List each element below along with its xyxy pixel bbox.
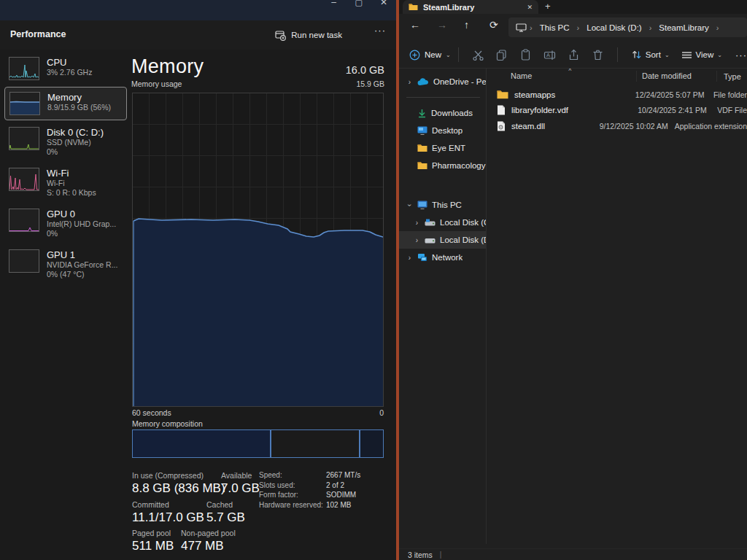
maximize-icon[interactable]: ▢	[355, 0, 363, 7]
nav-item-downloads[interactable]: Downloads	[399, 104, 486, 122]
committed-value: 11.1/17.0 GB	[132, 510, 204, 525]
status-bar: 3 items |	[399, 548, 747, 560]
gpu1-usage: 0% (47 °C)	[47, 270, 117, 279]
forward-icon[interactable]: →	[437, 19, 447, 31]
chevron-right-icon[interactable]: ›	[414, 219, 420, 227]
tab-title: SteamLibrary	[423, 3, 522, 12]
delete-icon[interactable]	[586, 49, 610, 61]
refresh-icon[interactable]: ⟳	[489, 19, 498, 31]
sort-button[interactable]: Sort ⌄	[631, 50, 670, 60]
disk0-type: SSD (NVMe)	[47, 138, 104, 147]
more-options-icon[interactable]: ···	[374, 25, 386, 36]
available-label: Available	[221, 471, 252, 480]
file-date: 10/24/2025 2:41 PM	[632, 106, 711, 114]
nav-item-label: Pharmacology	[432, 161, 486, 170]
form-factor-label: Form factor:	[259, 491, 326, 499]
sidebar-item-memory[interactable]: Memory 8.9/15.9 GB (56%)	[4, 87, 127, 120]
breadcrumb-chevron-icon: ›	[530, 23, 533, 32]
rename-icon[interactable]: A	[538, 49, 562, 61]
nav-item-local-disk-c[interactable]: › Local Disk (C:)	[399, 214, 486, 231]
address-bar[interactable]: › This PC › Local Disk (D:) › SteamLibra…	[508, 18, 747, 37]
chevron-right-icon[interactable]: ›	[406, 254, 413, 262]
speed-label: Speed:	[259, 471, 326, 479]
nav-item-label: Desktop	[432, 126, 462, 135]
nav-item-onedrive[interactable]: › OneDrive - Persona	[399, 73, 486, 90]
view-button[interactable]: View ⌄	[681, 50, 722, 60]
gpu0-name: Intel(R) UHD Grap...	[47, 219, 116, 229]
this-pc-icon	[516, 23, 527, 32]
nav-item-eye-ent[interactable]: Eye ENT	[399, 139, 486, 157]
chevron-down-icon: ⌄	[446, 52, 451, 58]
file-explorer-window: SteamLibrary ✕ + ← → ↑ ⟳ › This PC › Loc…	[399, 0, 747, 560]
file-name: libraryfolder.vdf	[511, 106, 568, 114]
nav-item-network[interactable]: › Network	[399, 249, 486, 266]
new-button[interactable]: New ⌄	[409, 50, 451, 61]
drive-c-icon	[425, 219, 436, 227]
breadcrumb-local-disk-d[interactable]: Local Disk (D:)	[582, 23, 646, 32]
chevron-down-icon[interactable]: ›	[406, 202, 414, 209]
nav-item-desktop[interactable]: Desktop	[399, 122, 486, 139]
nav-item-pharmacology[interactable]: Pharmacology	[399, 157, 486, 174]
run-new-task-label: Run new task	[291, 31, 342, 39]
composition-free-segment[interactable]	[360, 430, 383, 457]
gpu1-title: GPU 1	[47, 249, 117, 260]
column-header-name[interactable]: Name	[487, 71, 637, 82]
new-tab-button[interactable]: +	[545, 1, 551, 12]
sidebar-item-cpu[interactable]: CPU 3% 2.76 GHz	[4, 52, 127, 85]
hardware-reserved-label: Hardware reserved:	[259, 501, 326, 509]
chevron-right-icon[interactable]: ›	[406, 78, 413, 86]
run-new-task-button[interactable]: Run new task	[269, 26, 348, 44]
tab-close-icon[interactable]: ✕	[527, 4, 533, 11]
sidebar-item-disk0[interactable]: Disk 0 (C: D:) SSD (NVMe) 0%	[4, 122, 127, 161]
nav-item-local-disk-d[interactable]: › Local Disk (D:)	[399, 231, 486, 249]
form-factor-value: SODIMM	[326, 491, 356, 499]
nav-item-label: Downloads	[431, 109, 473, 117]
explorer-tab-bar: SteamLibrary ✕ +	[399, 0, 747, 14]
column-header-date-modified[interactable]: Date modified	[637, 71, 717, 82]
chevron-down-icon: ⌄	[717, 52, 722, 58]
close-icon[interactable]: ✕	[380, 0, 387, 7]
speed-value: 2667 MT/s	[326, 471, 360, 479]
memory-mini-chart	[9, 92, 40, 115]
breadcrumb-this-pc[interactable]: This PC	[535, 23, 574, 32]
onedrive-cloud-icon	[417, 78, 429, 86]
nav-item-this-pc[interactable]: › This PC	[399, 196, 486, 214]
file-row-steam-dll[interactable]: steam.dll 9/12/2025 10:02 AM Application…	[487, 118, 747, 134]
up-icon[interactable]: ↑	[464, 19, 469, 31]
column-header-type[interactable]: Type	[717, 72, 741, 81]
breadcrumb-steamlibrary[interactable]: SteamLibrary	[654, 23, 713, 32]
folder-icon	[417, 161, 427, 170]
file-type: Application extension	[668, 122, 747, 131]
status-divider: |	[440, 551, 442, 559]
hardware-reserved-value: 102 MB	[326, 501, 351, 509]
cut-icon[interactable]	[466, 49, 490, 61]
nav-item-label: Network	[432, 253, 462, 262]
back-icon[interactable]: ←	[410, 19, 420, 31]
nav-item-label: OneDrive - Persona	[433, 77, 486, 86]
screen: – ▢ ✕ Performance Run new task ··· CPU	[0, 0, 747, 560]
task-manager-titlebar[interactable]: – ▢ ✕	[0, 0, 396, 20]
chevron-right-icon[interactable]: ›	[414, 236, 420, 244]
composition-standby-segment[interactable]	[271, 430, 360, 457]
share-icon[interactable]	[562, 49, 586, 61]
toolbar-more-icon[interactable]: ···	[735, 50, 747, 61]
sidebar-item-wifi[interactable]: Wi-Fi Wi-Fi S: 0 R: 0 Kbps	[4, 163, 127, 202]
explorer-tab-steamlibrary[interactable]: SteamLibrary ✕	[403, 0, 538, 14]
file-row-libraryfolder[interactable]: libraryfolder.vdf 10/24/2025 2:41 PM VDF…	[487, 103, 747, 119]
gpu0-title: GPU 0	[47, 209, 116, 219]
paste-icon[interactable]	[514, 49, 538, 61]
desktop-icon	[417, 126, 427, 135]
copy-icon[interactable]	[490, 49, 514, 61]
memory-usage-chart	[132, 93, 384, 407]
sidebar-item-gpu1[interactable]: GPU 1 NVIDIA GeForce R... 0% (47 °C)	[4, 245, 127, 284]
drive-d-icon	[425, 236, 436, 244]
memory-composition-bar[interactable]	[132, 429, 384, 458]
sidebar-item-gpu0[interactable]: GPU 0 Intel(R) UHD Grap... 0%	[4, 204, 127, 243]
sort-button-label: Sort	[646, 50, 661, 59]
minimize-icon[interactable]: –	[331, 0, 336, 7]
file-row-steamapps[interactable]: steamapps 12/24/2025 5:07 PM File folder	[487, 87, 747, 103]
new-button-label: New	[425, 50, 441, 59]
breadcrumb-chevron-icon: ›	[649, 23, 652, 32]
composition-in-use-segment[interactable]	[133, 430, 271, 457]
performance-sidebar: CPU 3% 2.76 GHz Memory 8.9/15.9 GB (56%)	[4, 52, 127, 286]
